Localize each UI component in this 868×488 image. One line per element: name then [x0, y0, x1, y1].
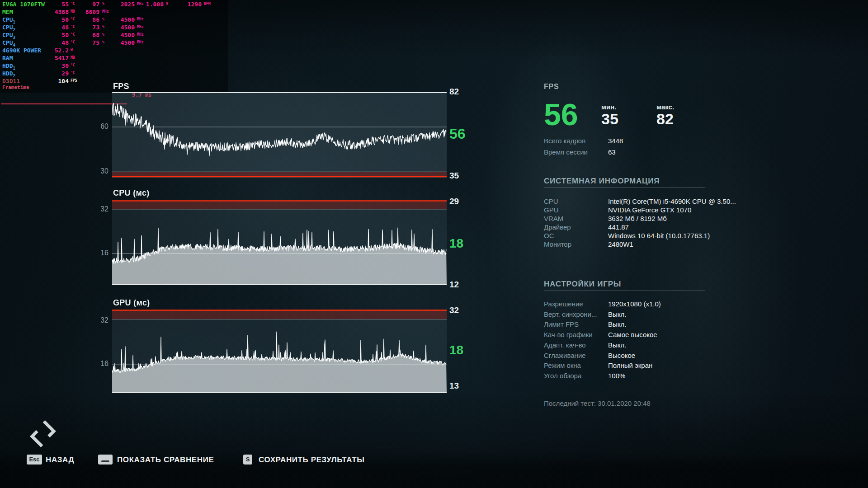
- osd-unit: MHz: [137, 32, 143, 38]
- fps-stat-label: Всего кадров: [544, 137, 585, 145]
- system-info-label: CPU: [544, 197, 558, 205]
- min-fps-value: 35: [601, 110, 618, 128]
- fps-axis-label-left: 60: [85, 122, 108, 131]
- osd-unit: °C: [71, 62, 75, 69]
- game-setting-label: Адапт. кач-во: [544, 341, 586, 349]
- osd-unit: FPS: [71, 78, 77, 84]
- osd-value: 5417: [19, 55, 69, 61]
- osd-value: 4500: [85, 40, 135, 46]
- game-setting-label: Сглаживание: [544, 352, 586, 359]
- osd-sensor-label: MEM: [2, 9, 13, 15]
- game-setting-value: Самое высокое: [608, 331, 657, 338]
- osd-value: 4500: [85, 32, 135, 38]
- cpu-axis-label-right: 18: [449, 236, 463, 251]
- system-info-label: Монитор: [544, 240, 571, 248]
- action-back[interactable]: НАЗАД: [46, 455, 74, 465]
- osd-sensor-label: D3D11: [2, 78, 20, 84]
- section-divider: [544, 92, 717, 92]
- s-key-icon[interactable]: S: [243, 455, 252, 465]
- fps-chart-title: FPS: [113, 82, 129, 91]
- section-divider: [544, 188, 705, 188]
- frametime-graph-line: [1, 103, 127, 104]
- fps-stat-label: Время сессии: [544, 148, 588, 156]
- benchmark-charts-canvas: [112, 88, 447, 400]
- game-setting-label: Кач-во графики: [544, 331, 593, 338]
- fps-axis-label-right: 35: [449, 171, 459, 181]
- osd-sensor-label: CPU1: [2, 16, 15, 23]
- osd-row-mem: MEM4388MB8809MHz: [2, 9, 13, 16]
- system-info-value: Windows 10 64-bit (10.0.17763.1): [608, 232, 710, 239]
- fps-axis-label-right: 82: [449, 87, 459, 97]
- osd-row-cpu3: CPU350°C68%4500MHz: [2, 32, 15, 39]
- osd-row-4690k-power: 4690K POWER52.2W: [2, 47, 41, 54]
- game-setting-value: 100%: [608, 372, 625, 380]
- spacebar-key-icon[interactable]: [98, 455, 113, 465]
- section-divider: [544, 291, 705, 291]
- action-save-results[interactable]: СОХРАНИТЬ РЕЗУЛЬТАТЫ: [259, 455, 365, 465]
- cpu-axis-label-left: 32: [85, 205, 108, 213]
- game-setting-label: Режим окна: [544, 361, 581, 369]
- system-info-value: 2480W1: [608, 240, 633, 248]
- last-test-timestamp: Последний тест: 30.01.2020 20:48: [544, 399, 651, 407]
- osd-sensor-label: CPU4: [2, 39, 15, 46]
- system-info-value: 441.87: [608, 223, 629, 231]
- osd-sensor-label: Frametime: [2, 84, 29, 90]
- game-setting-label: Лимит FPS: [544, 320, 579, 328]
- system-info-label: VRAM: [544, 215, 563, 222]
- osd-unit: MHz: [137, 39, 143, 46]
- osd-sensor-label: CPU3: [2, 32, 15, 38]
- osd-value: 1290: [152, 1, 202, 8]
- osd-value: 4500: [85, 24, 135, 31]
- osd-row-frametime: Frametime: [2, 84, 29, 91]
- gpu-axis-label-left: 32: [85, 316, 108, 324]
- gpu-chart-title: GPU (мс): [113, 298, 150, 308]
- gpu-axis-label-right: 32: [449, 305, 459, 315]
- game-setting-value: Полный экран: [608, 361, 652, 369]
- max-fps-value: 82: [656, 110, 674, 128]
- game-settings-header: НАСТРОЙКИ ИГРЫ: [544, 280, 621, 289]
- spacebar-glyph: [101, 460, 109, 462]
- osd-value: 29: [19, 70, 69, 77]
- gpu-axis-label-left: 16: [85, 360, 108, 368]
- afterburner-osd: EVGA 1070FTW55°C97%2025MHz1.000V1290RPMM…: [0, 0, 228, 93]
- fps-stat-value: 63: [608, 148, 616, 156]
- osd-row-hdd2: HDD229°C: [2, 70, 15, 77]
- system-info-label: ОС: [544, 232, 554, 239]
- esc-key-icon[interactable]: Esc: [27, 455, 42, 465]
- osd-unit: W: [71, 47, 73, 53]
- system-info-label: GPU: [544, 206, 559, 214]
- gpu-axis-label-right: 13: [449, 381, 459, 391]
- game-setting-value: 868x488 (x1.0): [608, 300, 661, 308]
- game-setting-label: Верт. синхрони...: [544, 310, 597, 318]
- action-show-comparison[interactable]: ПОКАЗАТЬ СРАВНЕНИЕ: [117, 455, 214, 465]
- benchmark-loop-icon: [29, 420, 57, 448]
- system-info-value: Intel(R) Core(TM) i5-4690K CPU @ 3.50...: [608, 197, 736, 205]
- game-setting-label: Разрешение: [544, 300, 583, 308]
- system-info-label: Драйвер: [544, 223, 571, 231]
- osd-row-d3d11: D3D11104FPS: [2, 78, 20, 85]
- osd-row-ram: RAM5417MB: [2, 55, 13, 62]
- osd-unit: MHz: [137, 24, 143, 30]
- osd-sensor-label: HDD2: [2, 70, 15, 77]
- system-info-value: NVIDIA GeForce GTX 1070: [608, 206, 691, 214]
- gpu-axis-label-right: 18: [449, 343, 463, 357]
- fps-axis-label-left: 30: [85, 167, 108, 175]
- osd-unit: RPM: [204, 1, 210, 7]
- osd-value: 8809: [50, 9, 99, 15]
- game-setting-value: Выкл.: [608, 341, 626, 349]
- osd-sensor-label: RAM: [2, 55, 13, 61]
- cpu-axis-label-right: 12: [449, 280, 459, 290]
- average-fps-value: 56: [544, 101, 578, 127]
- min-fps-label: мин.: [601, 103, 617, 111]
- max-fps-label: макс.: [656, 103, 674, 111]
- osd-row-cpu4: CPU448°C75%4500MHz: [2, 40, 15, 47]
- game-setting-label: Угол обзора: [544, 372, 581, 380]
- system-info-header: СИСТЕМНАЯ ИНФОРМАЦИЯ: [544, 177, 660, 186]
- cpu-chart-title: CPU (мс): [113, 188, 149, 198]
- osd-row-cpu2: CPU248°C73%4500MHz: [2, 24, 15, 31]
- osd-unit: MHz: [137, 16, 143, 23]
- osd-sensor-label: CPU2: [2, 24, 15, 31]
- cpu-axis-label-right: 29: [449, 197, 459, 206]
- cpu-axis-label-left: 16: [85, 249, 108, 257]
- benchmark-results-screen: EVGA 1070FTW55°C97%2025MHz1.000V1290RPMM…: [0, 0, 868, 488]
